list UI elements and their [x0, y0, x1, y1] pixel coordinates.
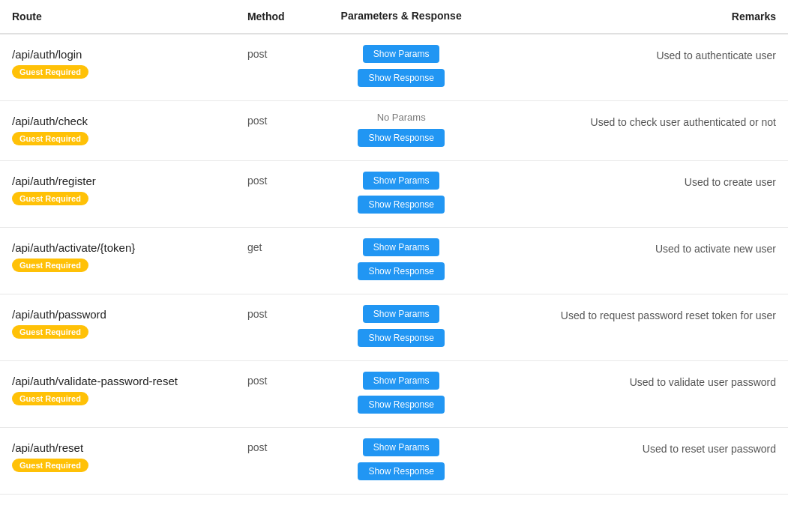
- params-buttons-container: Show ParamsShow Response: [323, 172, 479, 217]
- table-row: /api/auth/passwordGuest RequiredpostShow…: [0, 294, 788, 360]
- params-response-cell: Show ParamsShow Response: [311, 294, 491, 360]
- method-cell: post: [235, 294, 311, 360]
- route-name: /api/auth/login: [12, 48, 223, 61]
- table-row: /api/auth/loginGuest RequiredpostShow Pa…: [0, 34, 788, 101]
- method-cell: post: [235, 427, 311, 494]
- table-row: /api/auth/validate-password-resetGuest R…: [0, 360, 788, 427]
- guest-required-badge: Guest Required: [12, 132, 88, 145]
- params-buttons-container: Show ParamsShow Response: [323, 45, 479, 90]
- route-cell: /api/auth/activate/{token}Guest Required: [0, 227, 235, 294]
- show-response-button[interactable]: Show Response: [358, 396, 444, 414]
- show-params-button[interactable]: Show Params: [363, 438, 440, 456]
- show-response-button[interactable]: Show Response: [358, 462, 444, 480]
- guest-required-badge: Guest Required: [12, 325, 88, 339]
- remarks-cell: Used to request password reset token for…: [491, 294, 788, 360]
- show-params-button[interactable]: Show Params: [363, 45, 440, 63]
- params-buttons-container: No ParamsShow Response: [323, 112, 479, 150]
- params-response-cell: Show ParamsShow Response: [311, 427, 491, 494]
- show-params-button[interactable]: Show Params: [363, 305, 440, 323]
- route-cell: /api/auth/checkGuest Required: [0, 100, 235, 160]
- guest-required-badge: Guest Required: [12, 65, 88, 79]
- params-response-cell: No ParamsShow Response: [311, 100, 491, 160]
- show-params-button[interactable]: Show Params: [363, 238, 440, 256]
- params-response-cell: Show ParamsShow Response: [311, 34, 491, 101]
- show-response-button[interactable]: Show Response: [358, 69, 444, 87]
- api-table: Route Method Parameters & Response Remar…: [0, 0, 788, 495]
- params-buttons-container: Show ParamsShow Response: [323, 305, 479, 350]
- remarks-cell: Used to authenticate user: [491, 34, 788, 101]
- params-response-cell: Show ParamsShow Response: [311, 227, 491, 294]
- remarks-cell: Used to check user authenticated or not: [491, 100, 788, 160]
- route-cell: /api/auth/validate-password-resetGuest R…: [0, 360, 235, 427]
- params-buttons-container: Show ParamsShow Response: [323, 238, 479, 283]
- params-buttons-container: Show ParamsShow Response: [323, 438, 479, 483]
- route-name: /api/auth/check: [12, 115, 223, 127]
- api-table-container: Route Method Parameters & Response Remar…: [0, 0, 788, 495]
- params-response-cell: Show ParamsShow Response: [311, 160, 491, 227]
- show-response-button[interactable]: Show Response: [358, 262, 444, 280]
- route-cell: /api/auth/passwordGuest Required: [0, 294, 235, 360]
- show-response-button[interactable]: Show Response: [358, 329, 444, 347]
- method-cell: post: [235, 360, 311, 427]
- params-buttons-container: Show ParamsShow Response: [323, 372, 479, 417]
- route-cell: /api/auth/loginGuest Required: [0, 34, 235, 101]
- header-remarks: Remarks: [491, 0, 788, 34]
- method-cell: post: [235, 34, 311, 101]
- route-cell: /api/auth/resetGuest Required: [0, 427, 235, 494]
- table-row: /api/auth/checkGuest RequiredpostNo Para…: [0, 100, 788, 160]
- show-params-button[interactable]: Show Params: [363, 172, 440, 190]
- table-row: /api/auth/registerGuest RequiredpostShow…: [0, 160, 788, 227]
- show-response-button[interactable]: Show Response: [358, 196, 444, 214]
- remarks-cell: Used to create user: [491, 160, 788, 227]
- guest-required-badge: Guest Required: [12, 392, 88, 405]
- method-cell: get: [235, 227, 311, 294]
- table-row: /api/auth/resetGuest RequiredpostShow Pa…: [0, 427, 788, 494]
- route-name: /api/auth/password: [12, 308, 223, 321]
- table-row: /api/auth/activate/{token}Guest Required…: [0, 227, 788, 294]
- route-cell: /api/auth/registerGuest Required: [0, 160, 235, 227]
- route-name: /api/auth/register: [12, 175, 223, 187]
- header-route: Route: [0, 0, 235, 34]
- remarks-cell: Used to activate new user: [491, 227, 788, 294]
- no-params-label: No Params: [377, 112, 426, 123]
- show-params-button[interactable]: Show Params: [363, 372, 440, 390]
- method-cell: post: [235, 160, 311, 227]
- header-method: Method: [235, 0, 311, 34]
- method-cell: post: [235, 100, 311, 160]
- route-name: /api/auth/reset: [12, 441, 223, 454]
- route-name: /api/auth/validate-password-reset: [12, 375, 223, 387]
- guest-required-badge: Guest Required: [12, 192, 88, 205]
- guest-required-badge: Guest Required: [12, 259, 88, 272]
- route-name: /api/auth/activate/{token}: [12, 241, 223, 254]
- guest-required-badge: Guest Required: [12, 459, 88, 472]
- params-response-cell: Show ParamsShow Response: [311, 360, 491, 427]
- show-response-button[interactable]: Show Response: [358, 129, 444, 147]
- remarks-cell: Used to validate user password: [491, 360, 788, 427]
- header-params-response: Parameters & Response: [311, 0, 491, 34]
- remarks-cell: Used to reset user password: [491, 427, 788, 494]
